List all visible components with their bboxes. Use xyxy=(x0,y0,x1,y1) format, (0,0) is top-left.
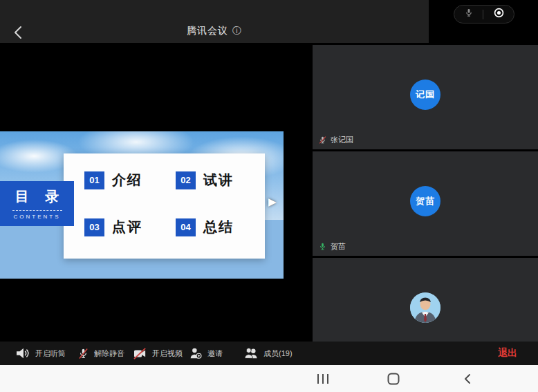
exit-label: 退出 xyxy=(498,347,517,360)
mic-indicator-icon[interactable] xyxy=(464,8,474,21)
camera-off-icon xyxy=(133,348,147,360)
nav-recents-button[interactable] xyxy=(309,365,337,392)
meeting-title: 腾讯会议ⓘ xyxy=(0,25,429,37)
portrait-photo-icon xyxy=(410,292,440,323)
participant-name-tag: 张记国 xyxy=(318,135,353,145)
exit-button[interactable]: 退出 xyxy=(498,342,517,365)
toc-title-box: 目 录 CONTENTS xyxy=(0,181,74,226)
toc-item-1: 01 介绍 xyxy=(84,171,142,189)
pill-divider xyxy=(483,10,483,19)
toc-item-2-number: 02 xyxy=(176,171,196,189)
avatar: 记国 xyxy=(410,80,440,110)
next-page-arrow-icon[interactable]: ▶ xyxy=(268,196,277,208)
invite-button[interactable]: 邀请 xyxy=(189,342,223,365)
toc-item-2: 02 试讲 xyxy=(176,171,234,189)
nav-home-button[interactable] xyxy=(380,365,407,392)
home-icon xyxy=(387,372,400,386)
android-nav-bar xyxy=(0,365,538,392)
top-app-bar: 腾讯会议ⓘ xyxy=(0,0,538,43)
camera-cutout-area xyxy=(429,0,538,43)
toc-item-2-label: 试讲 xyxy=(203,171,234,189)
toc-card: 01 介绍 02 试讲 03 点评 04 总结 xyxy=(64,153,265,259)
mic-muted-icon xyxy=(318,136,327,144)
participant-tile-photo[interactable] xyxy=(313,258,538,342)
invite-label: 邀请 xyxy=(207,348,223,359)
app-title-text: 腾讯会议 xyxy=(187,25,228,36)
info-icon[interactable]: ⓘ xyxy=(232,25,242,37)
toc-item-4-number: 04 xyxy=(176,218,196,236)
nav-back-icon xyxy=(461,373,474,385)
meeting-screen: 腾讯会议ⓘ xyxy=(0,0,538,392)
toc-item-1-number: 01 xyxy=(84,171,104,189)
speaker-label: 开启听筒 xyxy=(35,348,66,359)
toc-title: 目 录 xyxy=(9,187,66,206)
recents-icon xyxy=(316,373,330,384)
unmute-button[interactable]: 解除静音 xyxy=(77,342,124,365)
toc-item-3-number: 03 xyxy=(84,218,104,236)
avatar-photo xyxy=(410,292,440,323)
nav-back-button[interactable] xyxy=(454,365,481,392)
toc-item-4: 04 总结 xyxy=(176,218,234,236)
start-video-label: 开启视频 xyxy=(152,348,183,359)
avatar: 贺苗 xyxy=(410,186,440,216)
toc-subtitle: CONTENTS xyxy=(14,214,61,220)
unmute-label: 解除静音 xyxy=(94,348,124,359)
system-indicator-pill xyxy=(454,5,514,24)
participant-tile-hemiao[interactable]: 贺苗 贺苗 xyxy=(313,151,538,256)
start-video-button[interactable]: 开启视频 xyxy=(133,342,183,365)
speaker-button[interactable]: 开启听筒 xyxy=(15,342,66,365)
members-button[interactable]: 成员(19) xyxy=(243,342,293,365)
members-icon xyxy=(243,347,259,360)
toc-item-4-label: 总结 xyxy=(203,218,234,236)
screen-record-icon[interactable] xyxy=(493,7,505,21)
toc-item-3-label: 点评 xyxy=(112,218,142,236)
mic-active-icon xyxy=(318,242,327,251)
participant-name: 贺苗 xyxy=(331,241,346,252)
toc-item-1-label: 介绍 xyxy=(112,171,142,189)
toc-divider xyxy=(12,210,62,211)
participant-name-tag: 贺苗 xyxy=(318,241,346,252)
speaker-icon xyxy=(15,347,30,360)
participant-tile-zhangjiguo[interactable]: 记国 张记国 xyxy=(313,45,538,149)
members-label: 成员(19) xyxy=(263,348,293,359)
shared-screen-slide: 01 介绍 02 试讲 03 点评 04 总结 目 录 CONTENTS xyxy=(0,131,284,279)
participant-name: 张记国 xyxy=(331,135,353,145)
mic-muted-icon xyxy=(77,347,89,360)
meeting-toolbar: 开启听筒 解除静音 开启视频 xyxy=(0,342,538,365)
invite-person-icon xyxy=(189,347,203,360)
participants-rail: 记国 张记国 贺苗 贺苗 xyxy=(313,43,538,342)
toc-item-3: 03 点评 xyxy=(84,218,142,236)
